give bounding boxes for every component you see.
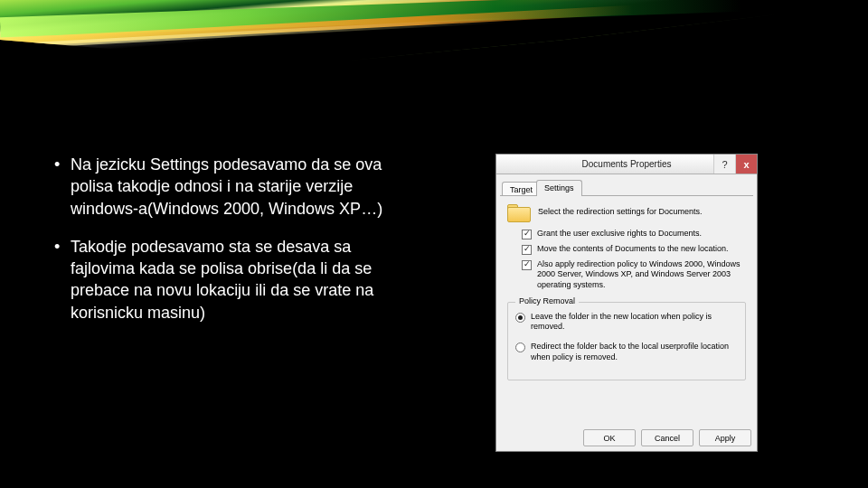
tab-page-settings: Select the redirection settings for Docu… [500,196,753,424]
checkbox-label: Also apply redirection policy to Windows… [537,259,746,290]
radio-label: Redirect the folder back to the local us… [531,342,738,362]
help-button[interactable]: ? [713,155,735,174]
dialog-button-row: OK Cancel Apply [583,429,751,446]
checkbox-move-contents[interactable] [522,245,532,255]
bullet-item: Na jezicku Settings podesavamo da se ova… [54,154,407,220]
decorative-banner [0,0,868,72]
group-legend: Policy Removal [515,296,579,305]
folder-icon [507,202,531,221]
policy-removal-group: Policy Removal Leave the folder in the n… [507,302,746,380]
settings-header: Select the redirection settings for Docu… [538,207,703,216]
radio-redirect-back[interactable] [515,343,525,352]
checkbox-exclusive-rights[interactable] [522,230,532,239]
checkbox-label: Grant the user exclusive rights to Docum… [537,229,702,239]
tab-settings[interactable]: Settings [536,180,582,196]
radio-leave-folder[interactable] [515,313,525,323]
documents-properties-dialog: Documents Properties ? x Target Settings… [495,154,758,452]
radio-label: Leave the folder in the new location whe… [531,312,738,333]
tab-target[interactable]: Target [502,182,541,196]
bullet-item: Takodje podesavamo sta se desava sa fajl… [54,236,407,324]
dialog-titlebar[interactable]: Documents Properties ? x [496,155,757,174]
checkbox-label: Move the contents of Documents to the ne… [537,244,729,254]
cancel-button[interactable]: Cancel [641,429,693,446]
close-button[interactable]: x [735,155,757,174]
dialog-title: Documents Properties [540,159,713,169]
checkbox-apply-legacy[interactable] [522,260,532,270]
tab-strip: Target Settings [500,178,753,196]
ok-button[interactable]: OK [583,429,636,446]
apply-button[interactable]: Apply [699,429,751,446]
slide-bullet-list: Na jezicku Settings podesavamo da se ova… [54,154,407,340]
